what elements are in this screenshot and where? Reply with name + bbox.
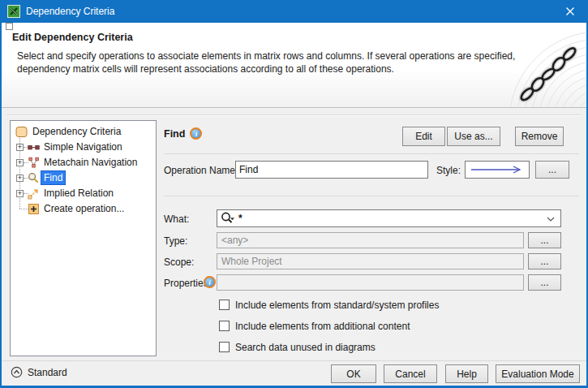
dependency-criteria-dialog: Dependency Criteria [0,0,588,388]
include-additional-content-label: Include elements from additional content [235,321,410,332]
use-as-button[interactable]: Use as... [447,127,500,146]
scope-label: Scope: [164,257,194,268]
ok-button[interactable]: OK [331,364,376,383]
properties-more-button[interactable]: ... [528,274,561,291]
tree-expander[interactable]: + [16,175,24,182]
footer-separator [2,360,586,361]
search-dropdown-icon [221,212,237,225]
include-standard-profiles-label: Include elements from standard/system pr… [235,300,439,311]
tree-expander[interactable]: + [16,190,24,197]
tree-item-label: Find [41,171,65,184]
operation-name-input[interactable] [235,161,428,179]
window-title: Dependency Criteria [26,6,114,17]
tree-expander[interactable]: + [16,144,24,151]
criteria-tree: Dependency Criteria Simple Navigation + … [10,120,157,356]
what-label: What: [164,213,189,225]
tree-item-dependency-criteria[interactable]: Dependency Criteria [11,124,123,139]
mode-label: Standard [28,367,67,378]
operation-name-label: Operation Name: [164,165,238,176]
style-preview[interactable] [465,161,530,179]
tree-item-label: Metachain Navigation [41,156,139,169]
include-standard-profiles-checkbox[interactable] [219,300,230,310]
simple-navigation-icon [28,141,40,153]
description-line-1: Select and specify operations to associa… [17,50,515,63]
create-operation-icon [28,203,40,215]
info-icon[interactable]: i [204,276,216,288]
info-icon[interactable]: i [190,127,202,140]
implied-relation-icon [28,188,40,200]
tree-item-label: Implied Relation [41,187,116,200]
tree-item-implied-relation[interactable]: Implied Relation [11,186,116,200]
what-value: * [238,213,242,224]
properties-field [217,274,524,291]
edit-button[interactable]: Edit [402,127,445,146]
evaluation-mode-button[interactable]: Evaluation Mode [496,364,580,383]
selected-operation-title: Find i [164,127,202,140]
tree-item-label: Simple Navigation [41,140,125,153]
mode-toggle[interactable]: Standard [11,366,67,378]
help-button[interactable]: Help [445,364,488,383]
section-separator [164,196,579,196]
selected-operation-name: Find [164,128,185,140]
page-description: Select and specify operations to associa… [17,50,515,75]
close-button[interactable] [554,0,586,23]
what-combobox[interactable]: * [217,209,561,227]
type-field: <any> [217,232,524,248]
collapse-mode-icon [11,366,23,378]
section-separator [164,153,579,154]
dependency-matrix-icon [7,5,20,18]
page-title: Edit Dependency Criteria [12,32,133,43]
close-icon [565,6,575,16]
tree-item-label: Create operation... [41,202,127,215]
scope-more-button[interactable]: ... [528,253,561,269]
search-unused-data-checkbox[interactable] [219,342,230,352]
tree-item-label: Dependency Criteria [30,125,123,138]
title-bar: Dependency Criteria [2,0,586,23]
criteria-package-icon [15,126,28,138]
find-icon [28,172,40,184]
scope-field: Whole Project [217,253,524,269]
include-additional-content-checkbox[interactable] [219,321,230,331]
type-more-button[interactable]: ... [528,232,561,248]
dialog-header: Edit Dependency Criteria Select and spec… [2,23,586,108]
dependency-arrow-icon [468,166,526,174]
content-separator [6,114,582,116]
style-label: Style: [436,165,461,176]
tree-expander[interactable]: + [16,159,24,166]
type-label: Type: [164,235,187,247]
remove-button[interactable]: Remove [515,127,564,146]
description-line-2: dependency matrix cells will represent a… [17,63,515,75]
search-unused-data-label: Search data unused in diagrams [235,342,376,353]
cancel-button[interactable]: Cancel [384,364,437,383]
chevron-down-icon [547,217,555,222]
metachain-navigation-icon [28,157,40,169]
style-more-button[interactable]: ... [535,161,569,179]
